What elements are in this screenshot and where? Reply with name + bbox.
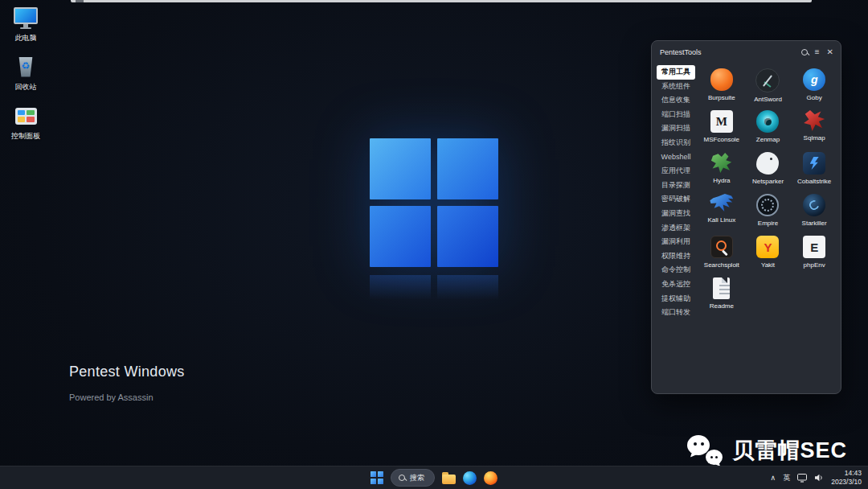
tool-hydra[interactable]: Hydra — [698, 149, 745, 191]
sqlmap-icon — [804, 110, 825, 131]
network-icon[interactable] — [797, 474, 807, 483]
volume-icon[interactable] — [814, 474, 824, 482]
tool-label: Sqlmap — [804, 134, 825, 142]
tool-label: Kali Linux — [707, 216, 735, 224]
sidebar-category-0[interactable]: 常用工具 — [657, 65, 695, 80]
burpsuite-icon — [710, 68, 733, 91]
goby-icon: g — [803, 68, 825, 91]
tool-label: AntSword — [754, 96, 782, 103]
sidebar-category-12[interactable]: 漏洞利用 — [657, 235, 695, 249]
tool-phpenv[interactable]: EphpEnv — [791, 232, 837, 274]
tool-netsparker[interactable]: Netsparker — [745, 149, 792, 191]
sidebar-category-13[interactable]: 权限维持 — [657, 249, 695, 264]
tool-label: Zenmap — [756, 136, 780, 143]
ime-language-indicator[interactable]: 英 — [783, 473, 790, 483]
windows-logo-reflection — [370, 275, 498, 304]
sidebar-category-7[interactable]: 应用代理 — [657, 164, 695, 179]
tool-label: Netsparker — [752, 178, 784, 185]
tool-label: Yakit — [761, 261, 775, 269]
firefox-browser-icon[interactable] — [484, 471, 497, 485]
desktop-icon-label: 此电脑 — [15, 33, 37, 43]
windows-logo-pane — [437, 206, 498, 267]
tool-label: Goby — [807, 94, 822, 101]
clock[interactable]: 14:43 2023/3/10 — [831, 469, 862, 487]
antsword-icon — [755, 68, 780, 92]
sidebar-category-5[interactable]: 指纹识别 — [657, 136, 695, 150]
system-tray: ∧ 英 14:43 2023/3/10 — [771, 466, 862, 489]
sidebar-category-14[interactable]: 命令控制 — [657, 263, 695, 277]
netsparker-icon — [756, 152, 779, 175]
edge-browser-icon[interactable] — [463, 471, 477, 485]
tool-goby[interactable]: gGoby — [791, 65, 837, 107]
desktop-icon-control-panel[interactable]: 控制面板 — [3, 103, 48, 142]
readme-icon — [713, 277, 730, 299]
tool-label: Cobaltstrike — [797, 178, 831, 185]
remote-toolbar[interactable] — [71, 0, 812, 2]
windows-logo-pane — [437, 138, 498, 199]
windows-logo — [370, 138, 498, 267]
hidden-icons-chevron[interactable]: ∧ — [771, 474, 776, 482]
sidebar-category-16[interactable]: 提权辅助 — [657, 292, 695, 306]
tool-cobaltstrike[interactable]: Cobaltstrike — [791, 149, 837, 191]
tool-empire[interactable]: Empire — [745, 191, 792, 232]
windows-logo-pane — [370, 206, 431, 267]
this-pc-icon — [13, 5, 39, 31]
desktop-icon-label: 控制面板 — [11, 131, 40, 142]
window-title: PentestTools — [660, 48, 702, 56]
clock-date: 2023/3/10 — [831, 478, 862, 487]
desktop-subtitle: Powered by Assassin — [69, 392, 154, 402]
taskbar-search[interactable]: 搜索 — [391, 469, 435, 487]
wechat-bubble-small — [706, 450, 723, 465]
start-button[interactable] — [371, 471, 383, 484]
sidebar-category-6[interactable]: Webshell — [657, 150, 695, 165]
tool-label: MSFconsole — [704, 136, 739, 143]
control-panel-icon — [13, 103, 39, 129]
search-icon[interactable] — [801, 49, 808, 55]
cobaltstrike-icon — [803, 152, 825, 175]
category-list: 常用工具系统组件信息收集端口扫描漏洞扫描指纹识别Webshell应用代理目录探测… — [657, 64, 695, 387]
sidebar-category-1[interactable]: 系统组件 — [657, 80, 695, 94]
sidebar-category-17[interactable]: 端口转发 — [657, 306, 695, 320]
desktop-icon-this-pc[interactable]: 此电脑 — [3, 5, 48, 43]
phpenv-icon: E — [803, 236, 825, 258]
tool-label: phpEnv — [804, 261, 825, 269]
watermark: 贝雷帽SEC — [687, 435, 847, 465]
windows-logo-pane — [370, 138, 431, 199]
menu-icon[interactable]: ≡ — [815, 48, 820, 56]
sidebar-category-2[interactable]: 信息收集 — [657, 93, 695, 108]
sidebar-category-4[interactable]: 漏洞扫描 — [657, 121, 695, 136]
tool-sqlmap[interactable]: Sqlmap — [791, 107, 837, 149]
file-explorer-icon[interactable] — [442, 472, 456, 484]
tool-msfconsole[interactable]: MMSFconsole — [698, 107, 745, 149]
tool-yakit[interactable]: YYakit — [745, 232, 792, 274]
tool-label: Hydra — [713, 177, 730, 184]
tool-searchsploit[interactable]: Searchsploit — [698, 232, 745, 274]
searchsploit-icon — [710, 236, 733, 258]
msfconsole-icon: M — [710, 110, 733, 133]
tool-readme[interactable]: Readme — [698, 274, 745, 316]
tool-zenmap[interactable]: Zenmap — [745, 107, 792, 149]
desktop-icon-recycle-bin[interactable]: ♻回收站 — [3, 54, 48, 92]
tool-antsword[interactable]: AntSword — [745, 65, 792, 107]
tool-burpsuite[interactable]: Burpsuite — [698, 65, 745, 107]
taskbar: 搜索 ∧ 英 14:43 2023/3/10 — [0, 466, 868, 489]
search-icon — [399, 475, 405, 481]
sidebar-category-15[interactable]: 免杀远控 — [657, 277, 695, 292]
watermark-text: 贝雷帽SEC — [732, 436, 847, 465]
empire-icon — [756, 194, 779, 216]
desktop-icon-label: 回收站 — [15, 82, 37, 92]
sidebar-category-10[interactable]: 漏洞查找 — [657, 207, 695, 221]
desktop-title: Pentest Windows — [69, 364, 185, 380]
close-icon[interactable]: ✕ — [827, 48, 833, 56]
tool-kali[interactable]: Kali Linux — [698, 191, 745, 232]
sidebar-category-9[interactable]: 密码破解 — [657, 192, 695, 207]
sidebar-category-3[interactable]: 端口扫描 — [657, 108, 695, 122]
tool-label: Readme — [710, 302, 734, 310]
tool-starkiller[interactable]: Starkiller — [791, 191, 837, 232]
tool-label: Burpsuite — [708, 94, 735, 101]
window-titlebar[interactable]: PentestTools ≡ ✕ — [652, 41, 841, 62]
sidebar-category-11[interactable]: 渗透框架 — [657, 221, 695, 236]
sidebar-category-8[interactable]: 目录探测 — [657, 179, 695, 193]
tool-grid: BurpsuiteAntSwordgGobyMMSFconsoleZenmapS… — [695, 64, 837, 387]
window-body: 常用工具系统组件信息收集端口扫描漏洞扫描指纹识别Webshell应用代理目录探测… — [652, 62, 841, 393]
